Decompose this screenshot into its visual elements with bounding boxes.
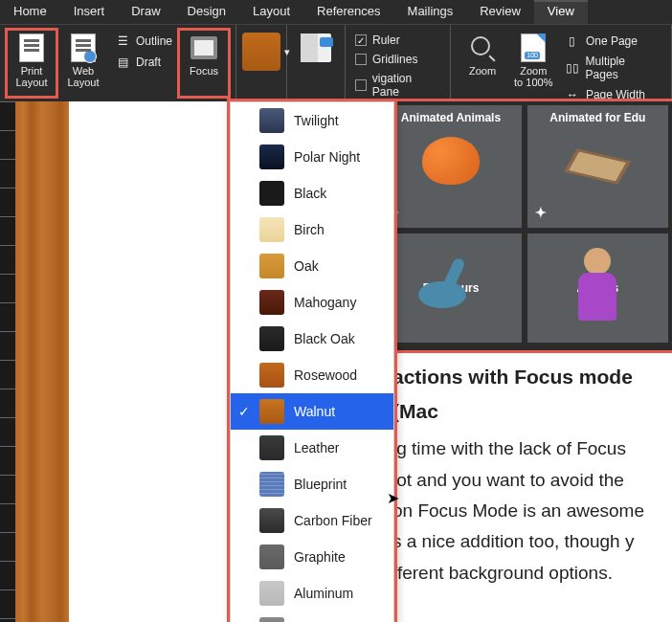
group-show: Ruler Gridlines vigation Pane: [346, 25, 451, 101]
cursor-icon: ➤: [387, 489, 399, 507]
tab-review[interactable]: Review: [466, 0, 534, 24]
option-label: Walnut: [294, 404, 335, 419]
focus-bg-option-aluminum[interactable]: Aluminum: [231, 575, 393, 611]
document-area: els✦ Animated Animals✦ Animated for Edu✦…: [0, 101, 672, 622]
draft-icon: ▤: [115, 55, 130, 70]
focus-bg-option-mahogany[interactable]: Mahogany: [231, 284, 393, 321]
tab-design[interactable]: Design: [174, 0, 239, 24]
focus-bg-option-black-oak[interactable]: Black Oak: [231, 321, 393, 357]
checkbox-icon: [355, 79, 367, 91]
option-label: Black: [294, 186, 326, 201]
swatch-icon: [259, 435, 284, 460]
focus-bg-option-rosewood[interactable]: Rosewood: [231, 357, 393, 393]
animation-badge-icon: ✦: [535, 205, 547, 220]
ribbon-content: Print Layout Web Layout ☰ Outline ▤ Draf…: [0, 25, 672, 101]
print-layout-button[interactable]: Print Layout: [6, 29, 57, 98]
focus-bg-option-carbon-fiber[interactable]: Carbon Fiber: [231, 502, 393, 539]
focus-bg-option-black[interactable]: Black: [231, 175, 393, 211]
tab-references[interactable]: References: [303, 0, 393, 24]
swatch-icon: [259, 508, 284, 533]
option-label: Aluminum: [294, 586, 353, 601]
focus-bg-option-birch[interactable]: Birch: [231, 211, 393, 248]
focus-bg-option-polar-night[interactable]: Polar Night: [231, 139, 393, 175]
checkmark-icon: ✓: [238, 404, 250, 419]
draft-button[interactable]: ▤ Draft: [113, 54, 174, 71]
swatch-icon: [259, 363, 284, 388]
outline-button[interactable]: ☰ Outline: [113, 33, 174, 50]
option-label: Graphite: [294, 549, 346, 565]
avatar-graphic: [578, 248, 616, 321]
gallery-tile-animated-edu[interactable]: Animated for Edu✦: [527, 105, 668, 228]
tab-draw[interactable]: Draw: [118, 0, 173, 24]
book-icon: [301, 33, 331, 63]
swatch-icon: [259, 581, 284, 606]
focus-bg-option-oak[interactable]: Oak: [231, 248, 393, 284]
swatch-icon: [259, 144, 284, 169]
ribbon-tabs: Home Insert Draw Design Layout Reference…: [0, 0, 672, 25]
option-label: Leather: [294, 440, 339, 455]
option-label: Birch: [294, 222, 325, 237]
swatch-icon: [259, 290, 284, 315]
option-label: Black Oak: [294, 331, 355, 346]
focus-bg-option-leather[interactable]: Leather: [231, 430, 393, 466]
zoom-100-icon: [518, 33, 549, 63]
checkbox-icon: [355, 54, 367, 65]
multiple-pages-icon: ▯▯: [565, 60, 580, 76]
option-label: Oak: [294, 258, 319, 274]
tab-view[interactable]: View: [534, 0, 588, 24]
clownfish-graphic: [422, 137, 480, 185]
swatch-icon: [259, 326, 284, 351]
tab-insert[interactable]: Insert: [60, 0, 119, 24]
swatch-icon: [259, 217, 284, 242]
focus-background-dropdown[interactable]: ▾: [242, 33, 280, 71]
swatch-icon: [259, 254, 284, 278]
document-body-text: actions with Focus mode (Mac ig time wit…: [392, 360, 668, 589]
option-label: Twilight: [294, 113, 339, 128]
web-layout-button[interactable]: Web Layout: [57, 29, 109, 98]
swatch-icon: [259, 472, 284, 497]
swatch-icon: [259, 108, 284, 133]
checkmark-icon: [355, 34, 367, 46]
web-layout-icon: [68, 33, 99, 63]
focus-bg-option-blueprint[interactable]: Blueprint: [231, 466, 393, 502]
focus-background: [15, 101, 69, 622]
focus-bg-option-titanium[interactable]: Titanium: [231, 611, 393, 622]
zoom-icon: [467, 33, 498, 63]
book-graphic: [564, 148, 631, 184]
outline-icon: ☰: [115, 33, 130, 49]
tab-mailings[interactable]: Mailings: [394, 0, 467, 24]
tab-layout[interactable]: Layout: [239, 0, 303, 24]
swatch-icon: [259, 544, 284, 569]
focus-button[interactable]: Focus: [178, 29, 230, 98]
group-focus-bg: ▾: [236, 25, 287, 101]
multiple-pages-button[interactable]: ▯▯Multiple Pages: [563, 54, 661, 82]
one-page-button[interactable]: ▯One Page: [563, 33, 661, 50]
swatch-icon: [259, 181, 284, 206]
gridlines-checkbox[interactable]: Gridlines: [355, 52, 440, 67]
vertical-ruler[interactable]: [0, 101, 15, 622]
navigation-pane-button[interactable]: [293, 29, 339, 98]
option-label: Rosewood: [294, 367, 357, 383]
zoom-button[interactable]: Zoom: [457, 29, 507, 98]
swatch-icon: [259, 399, 284, 424]
gallery-tile-animated-animals[interactable]: Animated Animals✦: [380, 105, 521, 228]
option-label: Carbon Fiber: [294, 513, 372, 528]
focus-icon: [189, 33, 219, 63]
gallery-tile-dinosaurs[interactable]: Dinosaurs: [380, 233, 521, 343]
group-zoom: Zoom Zoom to 100% ▯One Page ▯▯Multiple P…: [451, 25, 672, 101]
group-navigation: [287, 25, 346, 101]
print-layout-icon: [16, 33, 47, 63]
focus-bg-option-graphite[interactable]: Graphite: [231, 539, 393, 575]
tab-home[interactable]: Home: [0, 0, 60, 24]
option-label: Polar Night: [294, 149, 360, 165]
focus-bg-option-twilight[interactable]: Twilight: [231, 102, 393, 139]
page-width-icon: ↔: [565, 87, 580, 102]
heading: actions with Focus mode (Mac: [392, 360, 668, 428]
focus-background-menu: TwilightPolar NightBlackBirchOakMahogany…: [230, 101, 394, 622]
swatch-icon: [259, 617, 284, 622]
navigation-pane-checkbox[interactable]: vigation Pane: [355, 71, 440, 100]
focus-bg-option-walnut[interactable]: ✓Walnut: [231, 393, 393, 430]
ruler-checkbox[interactable]: Ruler: [355, 33, 440, 48]
zoom-100-button[interactable]: Zoom to 100%: [508, 29, 559, 98]
gallery-tile-avatars[interactable]: Avatars: [527, 233, 668, 343]
